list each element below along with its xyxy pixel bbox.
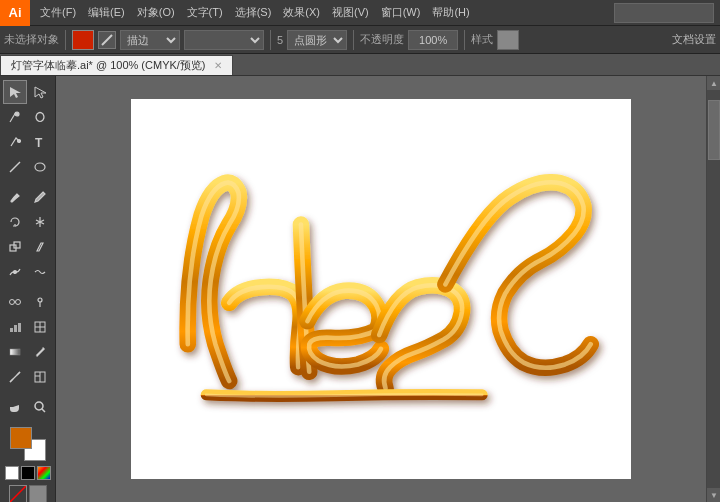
width-tool[interactable] xyxy=(28,260,52,284)
measure-tool[interactable] xyxy=(3,365,27,389)
shear-tool[interactable] xyxy=(28,235,52,259)
column-graph-tool[interactable] xyxy=(3,315,27,339)
blend-tool[interactable] xyxy=(3,290,27,314)
svg-rect-18 xyxy=(18,323,21,332)
canvas xyxy=(131,99,631,479)
svg-rect-16 xyxy=(10,328,13,332)
color-mode-icon[interactable] xyxy=(37,466,51,480)
svg-line-31 xyxy=(10,486,26,502)
stroke-color-swatch[interactable] xyxy=(72,30,94,50)
swap-colors-icon[interactable] xyxy=(21,466,35,480)
type-tool[interactable]: T xyxy=(28,130,52,154)
svg-point-11 xyxy=(10,300,15,305)
slice-tool[interactable] xyxy=(28,365,52,389)
reset-colors-icon[interactable] xyxy=(5,466,19,480)
vertical-scrollbar[interactable]: ▲ ▼ xyxy=(706,76,720,502)
opacity-label: 不透明度 xyxy=(360,32,404,47)
document-tab[interactable]: 灯管字体临摹.ai* @ 100% (CMYK/预览) ✕ xyxy=(0,55,233,75)
eyedropper-tool[interactable] xyxy=(28,340,52,364)
svg-line-24 xyxy=(10,379,13,382)
artwork xyxy=(151,139,611,439)
none-swatch[interactable] xyxy=(9,485,27,502)
ellipse-tool[interactable] xyxy=(28,155,52,179)
selection-tool[interactable] xyxy=(3,80,27,104)
toolbar: T xyxy=(0,76,56,502)
svg-point-3 xyxy=(18,140,21,143)
svg-point-10 xyxy=(14,271,17,274)
svg-line-0 xyxy=(102,35,112,45)
svg-point-6 xyxy=(35,163,45,171)
no-selection-label: 未选择对象 xyxy=(4,32,59,47)
scroll-track-vertical[interactable] xyxy=(707,90,720,488)
main-area: T xyxy=(0,76,720,502)
rotate-tool[interactable] xyxy=(3,210,27,234)
scroll-thumb-vertical[interactable] xyxy=(708,100,720,160)
foreground-color-swatch[interactable] xyxy=(10,427,32,449)
scroll-down-button[interactable]: ▼ xyxy=(707,488,720,502)
options-bar: 未选择对象 描边 5 点圆形 不透明度 样式 文档设置 xyxy=(0,26,720,54)
hand-tool[interactable] xyxy=(3,395,27,419)
menu-file[interactable]: 文件(F) xyxy=(34,3,82,22)
doc-settings-label[interactable]: 文档设置 xyxy=(672,32,716,47)
tab-close-button[interactable]: ✕ xyxy=(214,60,222,71)
menu-window[interactable]: 窗口(W) xyxy=(375,3,427,22)
point-label: 5 xyxy=(277,34,283,46)
menu-bar: Ai 文件(F) 编辑(E) 对象(O) 文字(T) 选择(S) 效果(X) 视… xyxy=(0,0,720,26)
color-swatches[interactable] xyxy=(10,427,46,461)
svg-text:T: T xyxy=(35,136,43,149)
brush-select[interactable]: 描边 xyxy=(120,30,180,50)
menu-object[interactable]: 对象(O) xyxy=(131,3,181,22)
gradient-tool[interactable] xyxy=(3,340,27,364)
brush-preview xyxy=(98,31,116,49)
svg-point-12 xyxy=(16,300,21,305)
pen-tool[interactable] xyxy=(3,130,27,154)
zoom-tool[interactable] xyxy=(28,395,52,419)
menu-help[interactable]: 帮助(H) xyxy=(426,3,475,22)
line-tool[interactable] xyxy=(3,155,27,179)
paintbrush-tool[interactable] xyxy=(3,185,27,209)
svg-rect-22 xyxy=(10,349,20,355)
shape-select[interactable]: 点圆形 xyxy=(287,30,347,50)
menu-items: 文件(F) 编辑(E) 对象(O) 文字(T) 选择(S) 效果(X) 视图(V… xyxy=(30,3,480,22)
opacity-input[interactable] xyxy=(408,30,458,50)
grey-swatch[interactable] xyxy=(29,485,47,502)
svg-point-14 xyxy=(38,298,42,302)
color-section xyxy=(5,420,51,502)
svg-line-25 xyxy=(17,372,20,375)
menu-type[interactable]: 文字(T) xyxy=(181,3,229,22)
svg-point-29 xyxy=(35,402,43,410)
canvas-area xyxy=(56,76,706,502)
app-logo: Ai xyxy=(0,0,30,26)
reshape-tool[interactable] xyxy=(3,260,27,284)
mesh-tool[interactable] xyxy=(28,315,52,339)
svg-rect-17 xyxy=(14,325,17,332)
pencil-tool[interactable] xyxy=(28,185,52,209)
scroll-up-button[interactable]: ▲ xyxy=(707,76,720,90)
style-label: 样式 xyxy=(471,32,493,47)
menu-select[interactable]: 选择(S) xyxy=(229,3,278,22)
menu-edit[interactable]: 编辑(E) xyxy=(82,3,131,22)
symbol-sprayer[interactable] xyxy=(28,290,52,314)
menu-effect[interactable]: 效果(X) xyxy=(277,3,326,22)
svg-line-5 xyxy=(10,162,20,172)
stroke-select[interactable] xyxy=(184,30,264,50)
svg-line-30 xyxy=(42,409,45,412)
svg-point-2 xyxy=(15,112,19,116)
menu-view[interactable]: 视图(V) xyxy=(326,3,375,22)
direct-selection-tool[interactable] xyxy=(28,80,52,104)
magic-wand-tool[interactable] xyxy=(3,105,27,129)
reflect-tool[interactable] xyxy=(28,210,52,234)
lasso-tool[interactable] xyxy=(28,105,52,129)
scale-tool[interactable] xyxy=(3,235,27,259)
tab-bar: 灯管字体临摹.ai* @ 100% (CMYK/预览) ✕ xyxy=(0,54,720,76)
